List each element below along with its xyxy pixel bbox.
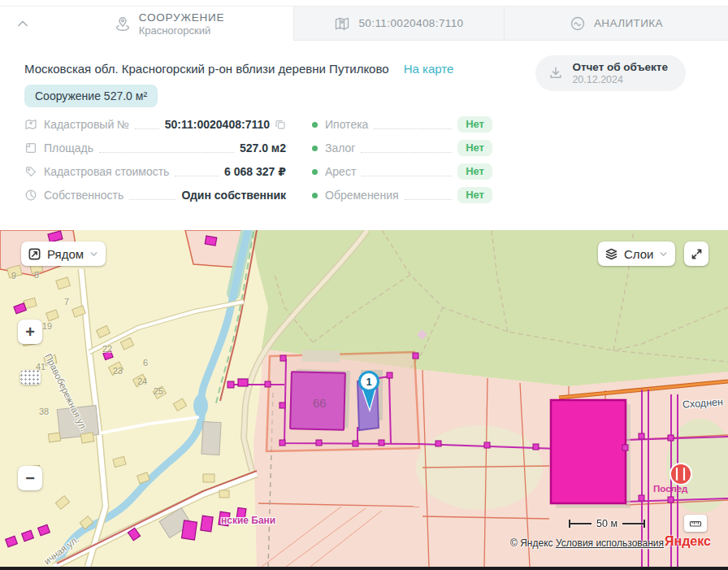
house-number: 9 (11, 271, 16, 281)
dotted-leader (405, 199, 453, 200)
tab-cadastral-label: 50:11:0020408:7110 (358, 17, 463, 29)
dotted-leader (175, 176, 219, 176)
copyright-text: © Яндекс (510, 537, 553, 549)
tab-bar: СООРУЖЕНИЕ Красногорский 50:11:0020408:7… (0, 6, 728, 41)
status-badge: Нет (457, 163, 492, 180)
area-icon (24, 141, 37, 154)
status-badge: Нет (457, 140, 492, 156)
analytics-icon (570, 15, 586, 32)
detail-label: Кадастровая стоимость (44, 165, 169, 178)
dotted-leader (99, 152, 234, 153)
detail-label: Обременения (325, 189, 399, 202)
house-number: 19 (42, 321, 52, 331)
details-grid: Кадастровый № 50:11:0020408:7110 Площадь… (24, 116, 492, 211)
house-number: 38 (39, 407, 49, 416)
detail-value: 527.0 м2 (240, 141, 286, 154)
fullscreen-button[interactable] (684, 241, 708, 266)
nearby-button[interactable]: Рядом (21, 241, 106, 266)
house-number: 8 (34, 270, 39, 280)
chevron-down-icon (89, 249, 99, 259)
status-dot (312, 122, 318, 128)
layers-label: Слои (624, 247, 653, 261)
arrest-row: Арест Нет (312, 163, 492, 180)
folded-map-icon (334, 15, 350, 32)
detail-value: 6 068 327 ₽ (224, 165, 286, 178)
address-text: Московская обл. Красногорский р-он вблиз… (24, 62, 389, 76)
price-tag-icon (24, 165, 37, 178)
detail-label: Ипотека (325, 118, 368, 131)
building-number-66: 66 (313, 396, 327, 410)
tab-cadastral-number[interactable]: 50:11:0020408:7110 (293, 7, 504, 41)
detail-label: Арест (325, 165, 356, 178)
dotted-leader (135, 128, 159, 129)
terms-link[interactable]: Условия использования (556, 537, 664, 549)
status-dot (312, 146, 318, 151)
dotted-leader (362, 176, 452, 176)
collapse-button[interactable] (0, 7, 46, 41)
zoom-out-button[interactable]: − (18, 466, 42, 490)
zoom-in-button[interactable]: + (18, 320, 42, 344)
detail-label: Залог (325, 141, 355, 154)
mortgage-row: Ипотека Нет (312, 116, 492, 133)
detail-label: Собственность (44, 189, 124, 202)
nearby-label: Рядом (47, 247, 84, 261)
download-icon (548, 66, 563, 80)
house-number: 25 (154, 386, 163, 396)
object-report-button[interactable]: Отчет об объекте 20.12.2024 (535, 55, 686, 91)
map-scale-bar: 50 м (569, 518, 645, 529)
yandex-map[interactable]: 1 Правобережная ул. ичная ул. Сходнен нс… (0, 230, 728, 567)
details-right-column: Ипотека Нет Залог Нет Арест Нет Обремене… (312, 116, 492, 211)
dotted-leader (374, 128, 452, 129)
dotted-leader (129, 199, 176, 200)
status-dot (312, 169, 318, 175)
chevron-down-icon (658, 249, 669, 259)
poi-label-bani: нские Бани (221, 515, 275, 526)
house-number: 23 (113, 366, 123, 376)
layers-button[interactable]: Слои (598, 241, 675, 266)
on-map-link[interactable]: На карте (404, 62, 454, 76)
ownership-icon (24, 189, 37, 202)
marker-number: 1 (366, 376, 371, 388)
report-title: Отчет об объекте (572, 61, 668, 73)
folded-map-icon (24, 118, 37, 131)
detail-value: Один собственник (181, 189, 286, 202)
house-number: 7 (64, 297, 69, 307)
detail-label: Площадь (44, 141, 93, 154)
scale-line (570, 523, 592, 524)
yandex-logo: Яндекс (665, 534, 711, 549)
chevron-up-icon (15, 15, 31, 32)
poi-label-posled: Послед (653, 484, 687, 494)
tab-analytics[interactable]: АНАЛИТИКА (504, 7, 728, 41)
status-dot (312, 193, 318, 198)
tab-construction-subtitle: Красногорский (139, 24, 225, 37)
tab-analytics-label: АНАЛИТИКА (594, 17, 663, 29)
dotted-leader (361, 152, 452, 153)
expand-icon (690, 247, 704, 261)
status-badge: Нет (457, 116, 492, 133)
ruler-icon (689, 517, 702, 530)
detail-label: Кадастровый № (44, 118, 129, 131)
object-type-badge: Сооружение 527.0 м² (24, 85, 158, 107)
map-pin-icon (115, 15, 131, 32)
map-canvas: 1 (0, 230, 728, 567)
cadastral-value-row: Кадастровая стоимость 6 068 327 ₽ (24, 163, 286, 180)
house-number: 6 (143, 358, 148, 368)
ownership-row: Собственность Один собственник (24, 187, 286, 203)
area-row: Площадь 527.0 м2 (24, 140, 286, 156)
object-card-page: СООРУЖЕНИЕ Красногорский 50:11:0020408:7… (0, 0, 728, 570)
house-number: 24 (137, 376, 147, 386)
scale-label: 50 м (596, 518, 618, 529)
status-badge: Нет (457, 187, 492, 203)
nearby-icon (28, 247, 41, 261)
bottom-edge (0, 567, 728, 570)
scale-line (622, 523, 644, 524)
house-number: 22 (102, 344, 112, 354)
cadastral-number-row: Кадастровый № 50:11:0020408:7110 (24, 116, 286, 133)
ruler-button[interactable] (684, 515, 707, 532)
scale-tick (644, 520, 645, 528)
address-row: Московская обл. Красногорский р-он вблиз… (24, 62, 453, 76)
tab-construction[interactable]: СООРУЖЕНИЕ Красногорский (46, 7, 293, 41)
zoom-drag-handle[interactable] (20, 370, 41, 385)
encumbrance-row: Обременения Нет (312, 187, 492, 203)
copy-icon[interactable] (275, 119, 286, 130)
